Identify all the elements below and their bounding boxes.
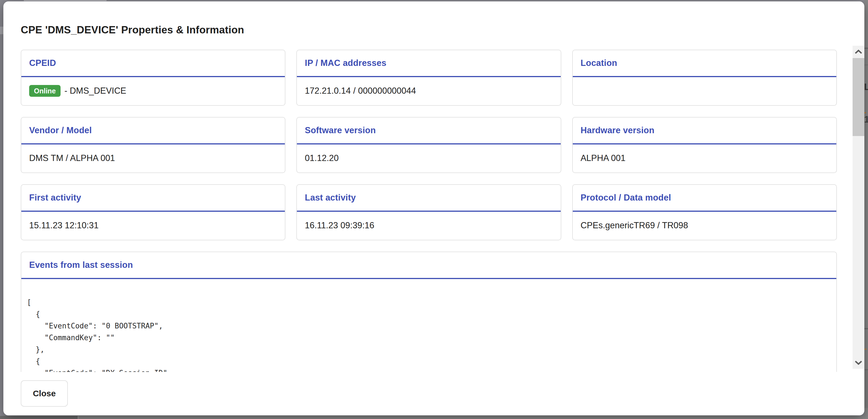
card-label: CPEID xyxy=(21,50,285,76)
card-value: 172.21.0.14 / 000000000044 xyxy=(297,77,560,104)
card-hardware-version: Hardware version ALPHA 001 xyxy=(572,117,837,173)
events-json-code: [ { "EventCode": "0 BOOTSTRAP", "Command… xyxy=(21,296,836,372)
chevron-up-icon xyxy=(855,50,862,54)
backdrop-right: L 1 xyxy=(864,0,868,419)
cpe-properties-dialog: CPE 'DMS_DEVICE' Properties & Informatio… xyxy=(3,1,864,415)
status-badge-online: Online xyxy=(29,85,61,97)
backdrop-fragment-dash xyxy=(864,349,867,350)
card-protocol-datamodel: Protocol / Data model CPEs.genericTR69 /… xyxy=(572,184,837,240)
card-value: Online - DMS_DEVICE xyxy=(21,77,285,104)
card-events-last-session: Events from last session [ { "EventCode"… xyxy=(21,251,837,372)
card-value: 15.11.23 12:10:31 xyxy=(21,212,285,239)
backdrop-bottom xyxy=(0,416,868,419)
cpeid-value: - DMS_DEVICE xyxy=(64,86,126,96)
dialog-scroll-area[interactable]: CPEID Online - DMS_DEVICE IP / MAC addre… xyxy=(3,46,852,372)
card-label: IP / MAC addresses xyxy=(297,50,560,76)
backdrop-top-highlight xyxy=(24,0,106,1)
scrollbar-up-button[interactable] xyxy=(852,46,864,58)
card-label: Hardware version xyxy=(573,118,836,143)
card-divider xyxy=(21,278,836,279)
scrollbar-down-button[interactable] xyxy=(852,356,864,369)
backdrop-line xyxy=(864,48,868,49)
card-label: Location xyxy=(573,50,836,76)
card-location: Location xyxy=(572,50,837,106)
card-first-activity: First activity 15.11.23 12:10:31 xyxy=(21,184,285,240)
backdrop-bottom-left xyxy=(0,416,78,419)
chevron-down-icon xyxy=(855,360,862,365)
screen: { "dialog": { "title": "CPE 'DMS_DEVICE'… xyxy=(0,0,868,419)
card-value: 16.11.23 09:39:16 xyxy=(297,212,560,239)
card-value: DMS TM / ALPHA 001 xyxy=(21,144,285,172)
dialog-scrollbar[interactable] xyxy=(852,46,864,369)
properties-grid: CPEID Online - DMS_DEVICE IP / MAC addre… xyxy=(21,50,837,372)
card-label: Software version xyxy=(297,118,560,143)
card-label: Last activity xyxy=(297,185,560,211)
close-button[interactable]: Close xyxy=(21,380,68,407)
dialog-title: CPE 'DMS_DEVICE' Properties & Informatio… xyxy=(21,24,244,36)
card-software-version: Software version 01.12.20 xyxy=(296,117,561,173)
card-value: CPEs.genericTR69 / TR098 xyxy=(573,212,836,239)
card-label: Protocol / Data model xyxy=(573,185,836,211)
backdrop-line xyxy=(864,328,868,329)
card-label: Events from last session xyxy=(21,252,836,278)
card-cpeid: CPEID Online - DMS_DEVICE xyxy=(21,50,285,106)
backdrop-fragment-dash xyxy=(864,112,866,113)
card-ip-mac: IP / MAC addresses 172.21.0.14 / 0000000… xyxy=(296,50,561,106)
card-value: 01.12.20 xyxy=(297,144,560,172)
backdrop-block xyxy=(864,370,868,408)
card-value: ALPHA 001 xyxy=(573,144,836,172)
background-fragment-letter: L xyxy=(864,82,868,91)
card-last-activity: Last activity 16.11.23 09:39:16 xyxy=(296,184,561,240)
card-label: Vendor / Model xyxy=(21,118,285,143)
card-vendor-model: Vendor / Model DMS TM / ALPHA 001 xyxy=(21,117,285,173)
card-label: First activity xyxy=(21,185,285,211)
scrollbar-thumb[interactable] xyxy=(852,58,864,136)
background-fragment-digit: 1 xyxy=(864,114,868,124)
backdrop-bottom-divider xyxy=(78,416,79,419)
backdrop-line xyxy=(864,64,868,65)
card-value xyxy=(573,77,836,104)
